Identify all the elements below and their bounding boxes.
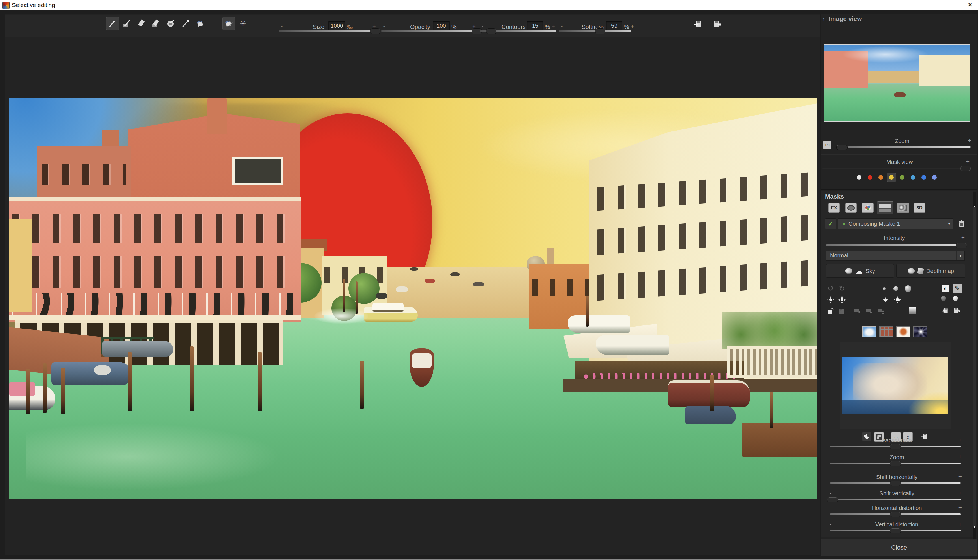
mask-view-slider[interactable]	[823, 168, 971, 169]
masks-scrollbar-thumb[interactable]	[973, 207, 976, 527]
save-mask-button[interactable]	[952, 307, 961, 315]
soft-light-sphere-button[interactable]	[953, 296, 958, 301]
mask-color-teal[interactable]	[909, 173, 917, 182]
gradient-mask-button[interactable]	[909, 307, 916, 315]
brush-size-small-button[interactable]	[883, 287, 886, 290]
sky-texture-splat-thumb[interactable]	[896, 326, 910, 337]
close-button[interactable]: Close	[821, 539, 978, 556]
area-eraser-tool[interactable]	[150, 17, 162, 30]
sky-preview-image[interactable]	[842, 357, 948, 413]
collapse-arrow-icon[interactable]: ↑	[823, 17, 825, 22]
horizontal-distortion-slider[interactable]	[830, 513, 961, 515]
aspect-ratio-thumb[interactable]	[890, 444, 901, 449]
brush-size-medium-button[interactable]	[893, 286, 898, 291]
shift-horizontally-plus[interactable]: +	[957, 473, 963, 480]
smart-brush-tool[interactable]	[165, 17, 177, 30]
size-minus-button[interactable]: -	[279, 23, 284, 30]
contours-slider[interactable]	[480, 30, 556, 32]
zoom-thumb[interactable]	[890, 461, 901, 466]
shift-vertically-thumb[interactable]	[827, 497, 838, 502]
scatter-brush-tool[interactable]: ✳	[237, 17, 249, 30]
opacity-slider[interactable]	[381, 30, 479, 32]
opacity-minus-button[interactable]: -	[381, 23, 387, 30]
aspect-ratio-slider[interactable]	[830, 445, 961, 447]
mask-color-lightblue[interactable]	[930, 173, 939, 182]
ai-sky-button[interactable]: ☁ Sky	[826, 264, 894, 278]
fill-brush-tool[interactable]	[222, 17, 235, 30]
color-picker-tool[interactable]	[180, 17, 192, 30]
brush-tool[interactable]	[106, 17, 119, 30]
intensity-minus[interactable]: -	[823, 234, 829, 241]
vertical-distortion-slider[interactable]	[830, 530, 961, 531]
contours-slider-thumb[interactable]	[486, 28, 497, 34]
mask-type-landscape-button[interactable]	[877, 202, 893, 215]
intensity-plus[interactable]: +	[960, 234, 966, 241]
softness-plus-button[interactable]: +	[630, 23, 635, 30]
mask-select-dropdown[interactable]: Composing Maske 1 ▾	[838, 218, 953, 229]
zoom-slider[interactable]	[830, 463, 961, 464]
mask-color-red[interactable]	[866, 173, 874, 182]
edit-canvas[interactable]	[9, 98, 816, 499]
masks-scrollbar[interactable]	[973, 192, 976, 547]
grow-mask-small-button[interactable]	[881, 295, 890, 304]
sky-texture-bricks-thumb[interactable]	[879, 326, 893, 337]
mask-view-plus[interactable]: +	[965, 158, 971, 165]
mask-type-palette-button[interactable]	[862, 203, 874, 213]
import-brush-settings-button[interactable]	[692, 18, 704, 30]
softness-slider-thumb[interactable]	[595, 28, 605, 34]
mask-view-thumb[interactable]	[960, 166, 971, 171]
copy-mask-button[interactable]	[826, 307, 834, 315]
delete-mask-button[interactable]	[957, 219, 966, 228]
view-zoom-slider[interactable]	[839, 147, 971, 148]
view-zoom-plus[interactable]: +	[967, 137, 972, 144]
area-brush-tool[interactable]	[121, 17, 133, 30]
shrink-mask-large-button[interactable]	[838, 295, 846, 304]
mask-color-green[interactable]	[898, 173, 906, 182]
invert-mask-button[interactable]: ◐	[941, 285, 950, 292]
ai-depth-map-button[interactable]: Depth map	[896, 264, 965, 278]
size-value[interactable]: 1000	[328, 21, 345, 30]
size-slider[interactable]	[279, 30, 378, 32]
mask-enabled-button[interactable]: ✓	[825, 218, 836, 229]
edit-mask-button[interactable]: ✎	[953, 284, 962, 293]
horizontal-distortion-plus[interactable]: +	[957, 504, 963, 511]
shift-vertically-slider[interactable]	[830, 499, 961, 500]
contours-plus-button[interactable]: +	[550, 23, 556, 30]
shift-horizontally-thumb[interactable]	[890, 481, 901, 486]
mask-color-white[interactable]	[855, 173, 863, 182]
horizontal-distortion-thumb[interactable]	[890, 512, 901, 517]
paste-add-mask-button[interactable]	[853, 307, 861, 315]
contours-minus-button[interactable]: -	[480, 23, 485, 30]
mask-type-texture-button[interactable]	[897, 203, 909, 213]
sky-texture-rays-thumb[interactable]	[913, 326, 927, 337]
size-slider-thumb[interactable]	[370, 28, 380, 34]
mask-color-orange[interactable]	[876, 173, 885, 182]
zoom-plus[interactable]: +	[957, 453, 963, 460]
view-zoom-thumb[interactable]	[836, 145, 848, 150]
image-view-thumbnail[interactable]	[824, 44, 970, 122]
vertical-distortion-plus[interactable]: +	[957, 521, 963, 528]
aspect-ratio-plus[interactable]: +	[957, 437, 963, 443]
mask-type-3d-button[interactable]: 3D	[914, 203, 925, 213]
mask-type-fx-button[interactable]: FX	[828, 203, 840, 213]
paste-intersect-mask-button[interactable]	[876, 307, 885, 315]
opacity-value[interactable]: 100	[433, 21, 450, 30]
export-brush-settings-button[interactable]	[712, 18, 723, 30]
paste-subtract-mask-button[interactable]	[864, 307, 873, 315]
vertical-distortion-thumb[interactable]	[890, 528, 901, 533]
fill-tool[interactable]	[194, 17, 206, 30]
mask-type-lens-button[interactable]	[845, 203, 857, 213]
load-mask-button[interactable]	[941, 307, 950, 315]
intensity-thumb[interactable]	[956, 243, 967, 248]
intensity-slider[interactable]	[826, 244, 964, 246]
sky-texture-cloud-thumb[interactable]	[862, 326, 876, 337]
eraser-tool[interactable]	[136, 17, 148, 30]
contours-value[interactable]: 15	[527, 21, 543, 30]
softness-value[interactable]: 59	[606, 21, 622, 30]
softness-minus-button[interactable]: -	[559, 23, 565, 30]
blend-mode-dropdown[interactable]: Normal ▾	[826, 251, 965, 260]
one-to-one-button[interactable]: 1:1	[823, 141, 831, 149]
redo-button[interactable]: ↻	[838, 284, 846, 293]
brush-size-large-button[interactable]	[905, 285, 911, 292]
paste-mask-button[interactable]	[837, 307, 845, 315]
